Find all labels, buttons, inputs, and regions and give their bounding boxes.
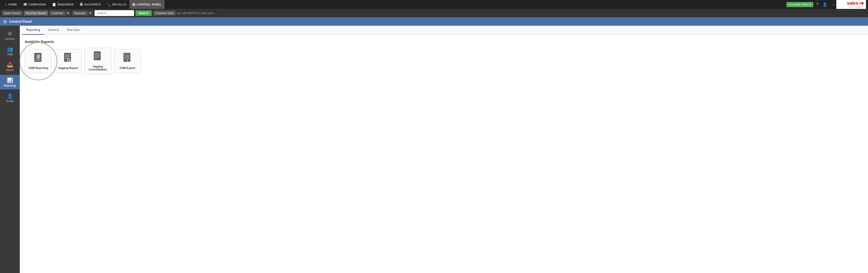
logo-text: sales-i (847, 1, 861, 6)
nav-mycalls-label: MYCALLS (112, 3, 126, 6)
customer-dropdown-label[interactable]: Customer (50, 11, 65, 15)
highlighted-card-wrapper: CRM Reporting (25, 49, 52, 73)
content-area: Reporting General Riva Sync Available Re… (20, 26, 868, 273)
svg-rect-17 (95, 58, 98, 59)
svg-rect-19 (124, 55, 129, 56)
campaigns-icon: 📢 (23, 2, 28, 6)
svg-rect-20 (124, 56, 129, 57)
live-help-label: Live Help Online (789, 3, 809, 6)
nav-home-label: HOME (8, 3, 17, 6)
search-bar: Quick Search Recently Viewed Customer ▼ … (0, 9, 868, 17)
tab-reporting[interactable]: Reporting (22, 26, 44, 35)
logo: sales-i (847, 1, 864, 6)
nav-controlpanel[interactable]: ⊞ CONTROL PANEL (129, 0, 164, 9)
nav-campaigns-label: CAMPAIGNS (28, 3, 46, 6)
top-navigation: ⌂ HOME 📢 CAMPAIGNS 📋 ENQUIRIES 🏛 ACCOUNT… (0, 0, 868, 9)
nav-items: ⌂ HOME 📢 CAMPAIGNS 📋 ENQUIRIES 🏛 ACCOUNT… (2, 0, 786, 9)
tab-general[interactable]: General (44, 26, 63, 35)
nav-accounts[interactable]: 🏛 ACCOUNTS (77, 0, 104, 9)
tab-rivasync[interactable]: Riva Sync (63, 26, 84, 35)
sidebar-profile-label: Profile (6, 100, 13, 103)
svg-rect-8 (65, 55, 70, 56)
accounts-dropdown-arrow[interactable]: ▼ (88, 11, 93, 15)
search-button[interactable]: Search (135, 10, 151, 16)
nav-controlpanel-label: CONTROL PANEL (136, 3, 161, 6)
crm-reporting-icon (34, 53, 43, 65)
logo-dot (861, 2, 864, 4)
sidebar-import-label: Import (6, 69, 13, 71)
svg-rect-3 (35, 58, 40, 59)
nav-enquiries[interactable]: 📋 ENQUIRIES (49, 0, 77, 9)
page-title: Control Panel (9, 20, 32, 24)
mycalls-icon: 📞 (107, 2, 111, 6)
report-card-tagging-report[interactable]: Tagging Report (55, 49, 82, 73)
sidebar-reporting-label: Reporting (4, 84, 16, 87)
content-body: Available Reports (20, 35, 868, 79)
recently-viewed-button[interactable]: Recently Viewed (24, 11, 48, 15)
tagging-consolidation-icon (93, 52, 102, 63)
sidebar-general-label: General (5, 38, 14, 40)
nav-accounts-label: ACCOUNTS (84, 3, 101, 6)
page-header: ⊞ Control Panel (0, 17, 868, 26)
sidebar-item-crm[interactable]: 👥 CRM (0, 44, 20, 58)
svg-rect-9 (65, 56, 70, 57)
import-icon: 📥 (7, 62, 13, 68)
accounts-dropdown-label[interactable]: Accounts (72, 11, 87, 15)
report-card-tagging-consolidation[interactable]: Tagging Consolidation (84, 48, 111, 75)
nav-campaigns[interactable]: 📢 CAMPAIGNS (20, 0, 49, 9)
svg-rect-14 (95, 54, 100, 54)
crm-reporting-label: CRM Reporting (28, 66, 48, 69)
crm-icon: 👥 (7, 46, 13, 52)
nav-enquiries-label: ENQUIRIES (58, 3, 74, 6)
profile-icon: 👤 (7, 93, 13, 99)
section-title: Available Reports (25, 40, 863, 44)
report-cards-container: CRM Reporting (25, 48, 863, 75)
user-icon-button[interactable]: 👤 (822, 1, 829, 8)
controlpanel-header-icon: ⊞ (3, 19, 7, 24)
nav-mycalls[interactable]: 📞 MYCALLS (104, 0, 129, 9)
logo-tagline: SELL SMART (849, 6, 864, 8)
controlpanel-icon: ⊞ (132, 2, 135, 6)
customer-dropdown: Customer ▼ (50, 11, 71, 15)
logo-area: sales-i SELL SMART (836, 0, 866, 9)
tagging-consolidation-label: Tagging Consolidation (87, 65, 108, 71)
marquee-text: ace with 800339 at same price... (177, 11, 866, 14)
main-layout: ⚙ General 👥 CRM 📥 Import 📊 Reporting 👤 P… (0, 26, 868, 273)
svg-rect-16 (95, 56, 100, 57)
sidebar: ⚙ General 👥 CRM 📥 Import 📊 Reporting 👤 P… (0, 26, 20, 273)
svg-rect-21 (124, 58, 129, 59)
help-icon-button[interactable]: ? (815, 1, 819, 8)
sidebar-item-import[interactable]: 📥 Import (0, 59, 20, 74)
sidebar-item-profile[interactable]: 👤 Profile (0, 91, 20, 105)
search-input[interactable] (95, 10, 134, 16)
tagging-report-label: Tagging Report (58, 66, 78, 69)
home-icon: ⌂ (5, 2, 7, 6)
crm-export-icon (123, 53, 132, 65)
tagging-report-icon (64, 53, 72, 65)
sidebar-item-general[interactable]: ⚙ General (0, 28, 20, 43)
svg-rect-15 (95, 55, 100, 56)
report-card-crm-reporting[interactable]: CRM Reporting (25, 49, 52, 73)
sidebar-crm-label: CRM (7, 53, 13, 56)
tabs-bar: Reporting General Riva Sync (20, 26, 868, 35)
accounts-dropdown: Accounts ▼ (72, 11, 93, 15)
top-nav-right: Live Help Online ℹ ? 👤 → (786, 1, 836, 8)
sidebar-item-reporting[interactable]: 📊 Reporting (0, 75, 20, 90)
accounts-icon: 🏛 (80, 2, 83, 6)
logout-icon-button[interactable]: → (830, 1, 836, 8)
general-icon: ⚙ (8, 31, 12, 37)
svg-rect-13 (94, 52, 101, 60)
crm-export-label: CRM Export (120, 66, 135, 69)
customer-dropdown-arrow[interactable]: ▼ (65, 11, 71, 15)
customer-view-button[interactable]: Customer View (153, 11, 176, 15)
nav-home[interactable]: ⌂ HOME (2, 0, 20, 9)
live-help-icon: ℹ (810, 3, 811, 6)
reporting-icon: 📊 (7, 77, 13, 83)
live-help-button[interactable]: Live Help Online ℹ (786, 2, 813, 7)
enquiries-icon: 📋 (52, 2, 56, 6)
report-card-crm-export[interactable]: CRM Export (114, 49, 141, 73)
quick-search-button[interactable]: Quick Search (2, 11, 22, 15)
svg-rect-2 (35, 60, 40, 61)
